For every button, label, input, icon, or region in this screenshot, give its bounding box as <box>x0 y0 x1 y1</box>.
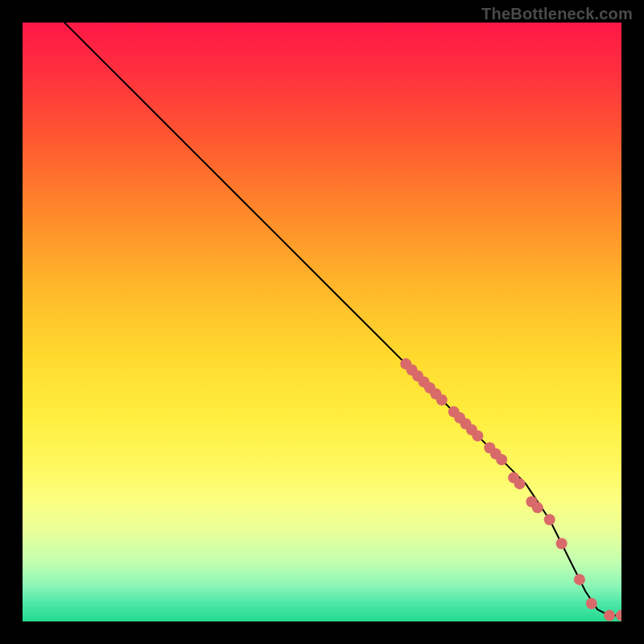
data-point <box>604 610 615 621</box>
chart-frame: TheBottleneck.com <box>0 0 644 644</box>
data-point <box>436 394 448 406</box>
data-point <box>532 502 543 514</box>
data-point <box>586 598 597 609</box>
scatter-points <box>400 358 621 621</box>
data-point <box>496 454 507 465</box>
data-point <box>514 478 526 489</box>
data-point <box>472 430 483 441</box>
data-point <box>574 574 585 585</box>
watermark-text: TheBottleneck.com <box>481 5 633 23</box>
data-point <box>556 538 568 549</box>
plot-area <box>23 23 621 621</box>
data-point <box>616 610 621 621</box>
data-point <box>544 514 555 526</box>
chart-svg <box>23 23 621 621</box>
curve-line <box>64 23 621 616</box>
